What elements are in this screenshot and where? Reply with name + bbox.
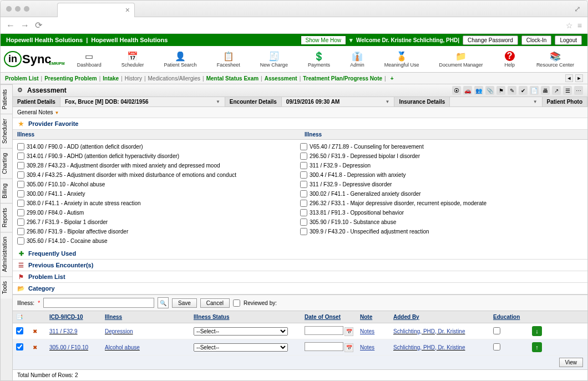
illness-checkbox[interactable]: [300, 200, 307, 207]
action-icon[interactable]: ✔: [519, 86, 528, 95]
sidetab-billing[interactable]: Billing: [1, 179, 12, 203]
close-icon[interactable]: ×: [125, 6, 130, 14]
onset-date-input[interactable]: [305, 342, 343, 351]
toolbar-scheduler[interactable]: 📅Scheduler: [121, 50, 144, 68]
notes-link[interactable]: Notes: [360, 328, 374, 334]
illness-item[interactable]: V65.40 / Z71.89 - Counseling for bereave…: [300, 142, 583, 151]
action-icon[interactable]: ⋯: [574, 86, 583, 95]
action-icon[interactable]: ↗: [552, 86, 561, 95]
frequently-used-section[interactable]: ✚ Frequently Used: [13, 248, 587, 260]
logout-button[interactable]: Logout: [555, 35, 582, 45]
illness-checkbox[interactable]: [17, 190, 24, 197]
illness-checkbox[interactable]: [17, 219, 24, 226]
action-icon[interactable]: 📎: [485, 86, 494, 95]
sidetab-scheduler[interactable]: Scheduler: [1, 114, 12, 148]
illness-item[interactable]: 300.02 / F41.1 - Generalized anxiety dis…: [300, 189, 583, 199]
toolbar-dashboard[interactable]: ▭Dashboard: [77, 50, 102, 68]
delete-icon[interactable]: ✖: [33, 344, 37, 350]
show-me-how-button[interactable]: Show Me How: [301, 35, 346, 45]
illness-item[interactable]: 300.00 / F41.1 - Anxiety: [17, 189, 300, 199]
subnav-right-icon[interactable]: ►: [575, 74, 583, 82]
action-icon[interactable]: 📄: [530, 86, 539, 95]
illness-item[interactable]: 308.0 / F41.1 - Anxiety in acute stress …: [17, 199, 300, 208]
provider-favorite-section[interactable]: ★ Provider Favorite: [13, 118, 587, 130]
notes-link[interactable]: Notes: [360, 344, 374, 350]
sidetab-charting[interactable]: Charting: [1, 148, 12, 179]
action-icon[interactable]: 🖶: [541, 86, 550, 95]
previous-encounters-section[interactable]: ☰ Previous Encounter(s): [13, 260, 587, 271]
subnav-presenting-problem[interactable]: Presenting Problem: [44, 75, 97, 82]
toolbar-admin[interactable]: 👔Admin: [350, 50, 364, 68]
illness-checkbox[interactable]: [300, 190, 307, 197]
action-icon[interactable]: ⦿: [452, 86, 461, 95]
reload-icon[interactable]: ⟳: [35, 20, 42, 31]
illness-search-input[interactable]: [43, 298, 154, 308]
toolbar-meaningful-use[interactable]: 🏅Meaningful Use: [384, 50, 419, 68]
illness-checkbox[interactable]: [17, 228, 24, 235]
browser-tab[interactable]: ×: [57, 3, 135, 17]
illness-item[interactable]: 309.9 / F43.20 - Unspecified adjustment …: [300, 227, 583, 236]
toolbar-facesheet[interactable]: 📋Facesheet: [217, 50, 240, 68]
illness-item[interactable]: 311 / F32.9 - Depression: [300, 161, 583, 170]
sidetab-tools[interactable]: Tools: [1, 276, 12, 298]
batch-icon[interactable]: 📑: [16, 314, 23, 320]
save-button[interactable]: Save: [172, 298, 197, 308]
illness-checkbox[interactable]: [300, 209, 307, 216]
illness-item[interactable]: 305.00 / F10.10 - Alcohol abuse: [17, 180, 300, 189]
sidetab-patients[interactable]: Patients: [1, 84, 12, 114]
illness-checkbox[interactable]: [17, 209, 24, 216]
subnav-medications-allergies[interactable]: Medications/Allergies: [148, 75, 201, 82]
illness-item[interactable]: 309.4 / F43.25 - Adjustment disorder wit…: [17, 170, 300, 180]
subnav-assessment[interactable]: Assessment: [265, 75, 297, 82]
toolbar-payments[interactable]: 💲Payments: [308, 50, 330, 68]
illness-item[interactable]: 311 / F32.9 - Depressive disorder: [300, 180, 583, 189]
arrow-down-icon[interactable]: ↓: [532, 326, 542, 336]
illness-item[interactable]: 305.60 / F14.10 - Cocaine abuse: [17, 236, 300, 246]
category-section[interactable]: 📂 Category: [13, 283, 587, 294]
action-icon[interactable]: ⚑: [496, 86, 505, 95]
sidetab-reports[interactable]: Reports: [1, 203, 12, 232]
reviewed-checkbox[interactable]: [233, 299, 240, 307]
action-icon[interactable]: 👥: [474, 86, 483, 95]
illness-item[interactable]: 300.4 / F41.8 - Depression with anxiety: [300, 170, 583, 180]
toolbar-new-charge[interactable]: 🧾New Charge: [260, 50, 288, 68]
added-by-link[interactable]: Schlichting, PHD, Dr. Kristine: [393, 344, 465, 350]
action-icon[interactable]: 🚗: [463, 86, 472, 95]
illness-checkbox[interactable]: [300, 219, 307, 226]
add-tab-button[interactable]: +: [391, 75, 394, 82]
forward-icon[interactable]: →: [21, 21, 29, 31]
added-by-link[interactable]: Schlichting, PHD, Dr. Kristine: [393, 328, 465, 334]
toolbar-resource-center[interactable]: 📚Resource Center: [536, 50, 574, 68]
illness-item[interactable]: 296.50 / F31.9 - Depressed bipolar I dis…: [300, 151, 583, 161]
toolbar-patient-search[interactable]: 👤Patient Search: [164, 50, 197, 68]
illness-link[interactable]: Alcohol abuse: [105, 344, 140, 350]
icd-link[interactable]: 311 / F32.9: [49, 328, 78, 334]
subnav-problem-list[interactable]: Problem List: [5, 75, 39, 82]
subnav-left-icon[interactable]: ◄: [565, 74, 573, 82]
toolbar-document-manager[interactable]: 📁Document Manager: [439, 50, 483, 68]
subnav-treatment-plan-progress-note[interactable]: Treatment Plan/Progress Note: [303, 75, 382, 82]
problem-list-section[interactable]: ⚑ Problem List: [13, 271, 587, 283]
illness-item[interactable]: 305.90 / F19.10 - Substance abuse: [300, 217, 583, 227]
calendar-icon[interactable]: 📅: [344, 327, 353, 336]
illness-checkbox[interactable]: [17, 153, 24, 160]
calendar-icon[interactable]: 📅: [344, 343, 353, 352]
education-checkbox[interactable]: [493, 343, 500, 350]
back-icon[interactable]: ←: [6, 21, 15, 31]
illness-link[interactable]: Depression: [105, 328, 133, 334]
insurance-details-value[interactable]: ▼: [450, 97, 542, 106]
illness-checkbox[interactable]: [300, 171, 307, 179]
toolbar-help[interactable]: ?Help: [503, 50, 516, 68]
encounter-details-value[interactable]: 09/19/2016 09:30 AM▼: [282, 97, 395, 106]
illness-checkbox[interactable]: [17, 171, 24, 179]
subnav-intake[interactable]: Intake: [103, 75, 119, 82]
illness-item[interactable]: 314.01 / F90.9 - ADHD (attention deficit…: [17, 151, 300, 161]
illness-item[interactable]: 296.7 / F31.9 - Bipolar 1 disorder: [17, 217, 300, 227]
illness-checkbox[interactable]: [300, 228, 307, 235]
menu-icon[interactable]: ≡: [577, 21, 582, 30]
illness-item[interactable]: 296.80 / F31.9 - Bipolar affective disor…: [17, 227, 300, 236]
clock-in-button[interactable]: Clock-In: [521, 35, 552, 45]
patient-details-value[interactable]: Fox, Bruce [M] DOB: 04/02/1956▼: [60, 97, 225, 106]
status-select[interactable]: --Select--: [194, 327, 288, 336]
delete-icon[interactable]: ✖: [33, 328, 37, 334]
